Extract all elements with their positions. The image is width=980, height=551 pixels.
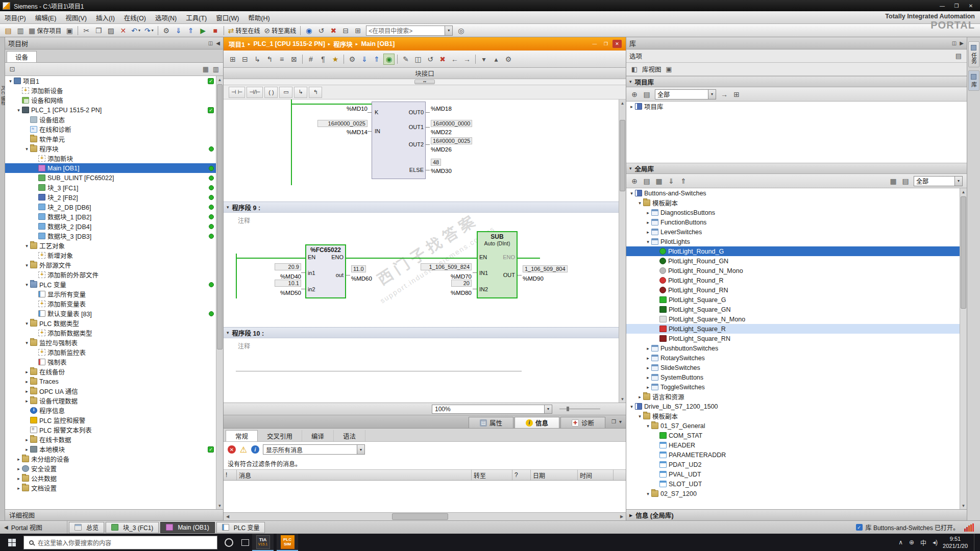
expand-arrow-icon[interactable]: ▾ [636, 201, 643, 206]
tia-portal-app[interactable]: TIA V15.1 [252, 534, 274, 551]
global-library-item[interactable]: PlotLight_Round_GN [626, 256, 960, 266]
project-tree-item[interactable]: ▾项目1 [5, 76, 216, 86]
operand-label[interactable]: %MD30 [431, 168, 452, 174]
inspector-tab-properties[interactable]: ▤属性 [469, 417, 513, 428]
global-library-item[interactable]: PDAT_UD2 [626, 460, 960, 469]
expand-arrow-icon[interactable]: ▾ [15, 108, 22, 113]
coil-icon[interactable]: ( ) [264, 87, 278, 98]
book-icon[interactable]: ▤ [953, 51, 964, 61]
network-comments-icon[interactable]: ¶ [317, 54, 329, 65]
project-tree-item[interactable]: PLC 监控和报警 [5, 415, 216, 425]
error-filter-icon[interactable]: ✕ [228, 445, 236, 454]
expand-arrow-icon[interactable]: ▾ [645, 423, 651, 429]
scroll-down-icon[interactable]: ▼ [960, 502, 967, 509]
goto-next-icon[interactable]: → [461, 54, 473, 65]
project-lib-filter[interactable]: 全部▾ [655, 89, 716, 99]
create-type-icon[interactable]: ⊕ [629, 89, 640, 100]
collapse-arrow-icon[interactable]: ▾ [629, 166, 632, 171]
project-tree-item[interactable]: ▾监控与强制表 [5, 338, 216, 347]
scroll-thumb[interactable] [961, 196, 966, 309]
inspector-subtab[interactable]: 编译 [302, 430, 334, 441]
breadcrumb-item[interactable]: 项目1 [228, 39, 246, 49]
upload-block-icon[interactable]: ⇑ [371, 54, 382, 65]
global-library-item[interactable]: PlotLight_Round_G [626, 246, 960, 256]
expand-arrow-icon[interactable]: ▾ [628, 191, 635, 196]
add-folder-icon[interactable]: ⊞ [731, 89, 742, 100]
plcsim-app[interactable]: PLC SIM [277, 534, 298, 551]
editor-minimize-icon[interactable]: — [590, 40, 599, 48]
horizontal-scrollbar[interactable]: ◀ ▶ [224, 512, 626, 520]
global-library-item[interactable]: ▸RotarySwitches [626, 353, 960, 363]
volume-icon[interactable]: ◂) [933, 539, 938, 546]
global-library-item[interactable]: PlotLight_Round_N_Mono [626, 266, 960, 276]
open-global-library-icon[interactable]: ⊕ [629, 176, 640, 187]
global-library-item[interactable]: PlotLight_Square_RN [626, 334, 960, 343]
split-editor-horizontal-icon[interactable]: ⊞ [352, 25, 363, 36]
project-tree-item[interactable]: ▾工艺对象 [5, 241, 216, 251]
project-tree-item[interactable]: SUB_ULINT [FC65022] [5, 173, 216, 183]
go-offline-button[interactable]: ⊘转至离线 [263, 25, 298, 36]
download-to-device-icon[interactable]: ⇓ [173, 25, 184, 36]
project-tree-item[interactable]: 块_2_DB [DB6] [5, 202, 216, 212]
global-library-item[interactable]: PlotLight_Square_G [626, 295, 960, 305]
paste-icon[interactable]: ▨ [105, 25, 116, 36]
ime-indicator[interactable]: 中 [920, 538, 926, 547]
inspector-subtab[interactable]: 交叉引用 [258, 430, 302, 441]
info-filter-icon[interactable]: i [251, 445, 259, 454]
close-branch-icon[interactable]: ↰ [264, 54, 275, 65]
print-icon[interactable]: ▣ [64, 25, 75, 36]
goto-previous-icon[interactable]: ← [449, 54, 460, 65]
global-library-item[interactable]: ▸FunctionButtons [626, 217, 960, 227]
absolute-operand-icon[interactable]: # [305, 54, 316, 65]
auto-collapse-icon[interactable]: ◫ [952, 40, 957, 46]
monitoring-icon[interactable]: ◉ [383, 54, 395, 65]
download-block-icon[interactable]: ⇓ [359, 54, 370, 65]
taskbar-search[interactable]: 在这里输入你要搜索的内容 [23, 536, 217, 549]
tray-expand-icon[interactable]: ∧ [898, 539, 903, 546]
close-button[interactable]: ✕ [964, 1, 978, 10]
expand-arrow-icon[interactable]: ▸ [15, 476, 22, 481]
column-header[interactable]: 转至 [472, 470, 512, 480]
start-button[interactable] [0, 534, 23, 551]
retain-values-icon[interactable]: ↺ [425, 54, 436, 65]
empty-box-icon[interactable]: ▭ [279, 87, 292, 98]
compile-block-icon[interactable]: ⚙ [347, 54, 358, 65]
scroll-down-icon[interactable]: ▼ [619, 395, 626, 403]
snapshot-icon[interactable]: ◫ [412, 54, 424, 65]
expand-arrow-icon[interactable]: ▾ [23, 282, 30, 287]
project-tree-item[interactable]: ▸Traces [5, 377, 216, 386]
editor-maximize-icon[interactable]: ❐ [601, 40, 610, 48]
cut-icon[interactable]: ✂ [81, 25, 92, 36]
block-mode[interactable]: Auto (DInt) [478, 240, 517, 246]
library-info-footer[interactable]: ▸ 信息 (全局库) [626, 509, 967, 520]
global-library-item[interactable]: ▾02_S7_1200 [626, 489, 960, 498]
project-search-combo[interactable]: <在项目中搜索>▾ [366, 26, 453, 36]
expand-arrow-icon[interactable]: ▾ [23, 263, 30, 268]
menu-item[interactable]: 项目(P) [0, 11, 31, 23]
operand-label[interactable]: %MD14 [321, 129, 368, 135]
scroll-thumb[interactable] [217, 84, 223, 349]
editor-tab[interactable]: PLC 变量 [216, 522, 265, 533]
project-tree-item[interactable]: 添加新变量表 [5, 299, 216, 309]
expand-arrow-icon[interactable]: ▸ [645, 220, 651, 225]
dropdown-arrow-icon[interactable]: ▾ [152, 28, 154, 33]
project-library-item[interactable]: ▸项目库 [626, 102, 960, 111]
side-tab[interactable]: 任务 [968, 41, 979, 67]
insert-network-icon[interactable]: ⊞ [227, 54, 238, 65]
expand-arrow-icon[interactable]: ▸ [23, 447, 30, 452]
scroll-down-icon[interactable]: ▼ [216, 502, 223, 509]
project-tree-item[interactable]: 程序信息 [5, 406, 216, 415]
project-tree-item[interactable]: ▸公共数据 [5, 473, 216, 483]
block-interface-bar[interactable]: 块接口 [224, 68, 626, 79]
menu-item[interactable]: 在线(O) [119, 11, 151, 23]
cross-reference-icon[interactable]: ✖ [328, 25, 339, 36]
interface-collapse-handle[interactable]: ▾▾ [414, 80, 435, 84]
operand-label[interactable]: %MD10 [321, 106, 368, 112]
project-tree-item[interactable]: 添加新块 [5, 154, 216, 163]
expand-arrow-icon[interactable]: ▸ [645, 356, 651, 361]
project-tree-item[interactable]: ▸文档设置 [5, 483, 216, 493]
message-filter-combo[interactable]: 显示所有消息 ▾ [263, 444, 365, 455]
empty-rung[interactable] [236, 371, 522, 371]
archive-library-icon[interactable]: ⇓ [666, 176, 677, 187]
global-library-scrollbar[interactable]: ▲ ▼ [960, 188, 967, 509]
